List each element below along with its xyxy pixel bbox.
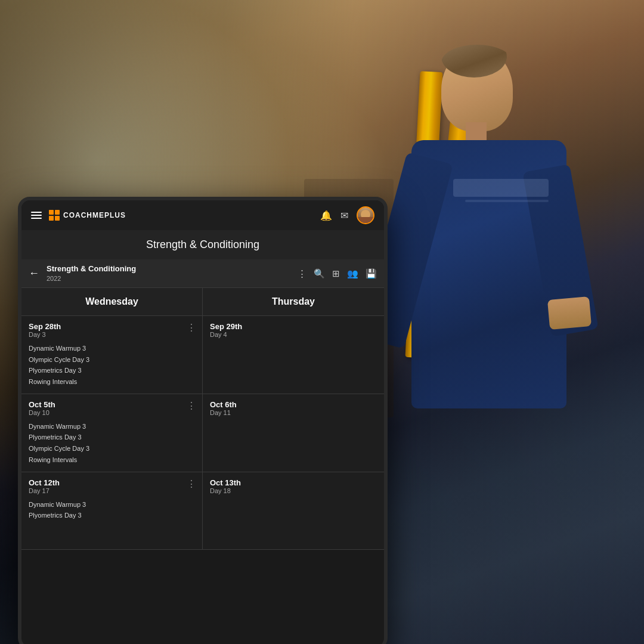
- sub-header: ← Strength & Conditioning 2022 ⋮ 🔍 ⊞ 👥 💾: [21, 259, 384, 288]
- calendar-week-3: Oct 12th Day 17 ⋮ Dynamic Warmup 3 Plyom…: [21, 472, 384, 550]
- workout-item[interactable]: Plyometrics Day 3: [29, 510, 195, 521]
- thursday-column-header: Thursday: [203, 288, 384, 316]
- sub-header-toolbar: ⋮ 🔍 ⊞ 👥 💾: [298, 268, 377, 279]
- date-oct12: Oct 12th: [29, 478, 195, 487]
- date-oct13: Oct 13th: [210, 478, 377, 487]
- workout-item[interactable]: Plyometrics Day 3: [29, 365, 195, 376]
- wednesday-label: Wednesday: [85, 296, 138, 306]
- day-cell-sep28[interactable]: Sep 28th Day 3 ⋮ Dynamic Warmup 3 Olympi…: [21, 316, 203, 394]
- day-label-oct5: Day 10: [29, 409, 195, 416]
- workout-item[interactable]: Olympic Cycle Day 3: [29, 354, 195, 366]
- day-menu-oct12[interactable]: ⋮: [187, 478, 196, 490]
- workout-item[interactable]: Olympic Cycle Day 3: [29, 443, 195, 454]
- date-sep28: Sep 28th: [29, 322, 195, 331]
- day-cell-oct12[interactable]: Oct 12th Day 17 ⋮ Dynamic Warmup 3 Plyom…: [21, 472, 203, 550]
- app-name: COACHMEPLUS: [63, 211, 126, 219]
- breadcrumb: Strength & Conditioning 2022: [47, 264, 293, 283]
- calendar-week-1: Sep 28th Day 3 ⋮ Dynamic Warmup 3 Olympi…: [21, 316, 384, 394]
- mail-icon[interactable]: ✉: [340, 210, 348, 221]
- user-avatar[interactable]: [357, 206, 374, 224]
- date-oct6: Oct 6th: [210, 400, 377, 409]
- day-label-sep29: Day 4: [210, 331, 377, 338]
- tablet-device: COACHMEPLUS 🔔 ✉ Strength & Conditioning: [18, 197, 388, 644]
- day-cell-oct5[interactable]: Oct 5th Day 10 ⋮ Dynamic Warmup 3 Plyome…: [21, 394, 203, 472]
- workout-item[interactable]: Dynamic Warmup 3: [29, 343, 195, 354]
- day-label-oct6: Day 11: [210, 409, 377, 416]
- workout-item[interactable]: Dynamic Warmup 3: [29, 421, 195, 432]
- grid-view-icon[interactable]: ⊞: [332, 268, 340, 279]
- day-cell-oct6[interactable]: Oct 6th Day 11: [203, 394, 384, 472]
- app-logo: COACHMEPLUS: [49, 210, 313, 221]
- more-options-icon[interactable]: ⋮: [298, 268, 306, 279]
- thursday-label: Thursday: [272, 296, 315, 306]
- workout-item[interactable]: Dynamic Warmup 3: [29, 499, 195, 510]
- calendar-content: Wednesday Thursday Sep 28th Day 3 ⋮ Dyna…: [21, 288, 384, 644]
- page-title: Strength & Conditioning: [146, 239, 259, 250]
- day-cell-sep29[interactable]: Sep 29th Day 4: [203, 316, 384, 394]
- notification-bell-icon[interactable]: 🔔: [320, 210, 332, 221]
- day-menu-oct5[interactable]: ⋮: [187, 400, 196, 411]
- day-menu-sep28[interactable]: ⋮: [187, 322, 196, 333]
- hamburger-menu[interactable]: [31, 212, 42, 219]
- day-cell-oct13[interactable]: Oct 13th Day 18: [203, 472, 384, 550]
- wednesday-column-header: Wednesday: [21, 288, 203, 316]
- workout-item[interactable]: Plyometrics Day 3: [29, 432, 195, 443]
- calendar-week-2: Oct 5th Day 10 ⋮ Dynamic Warmup 3 Plyome…: [21, 394, 384, 472]
- program-name: Strength & Conditioning: [47, 264, 293, 274]
- program-year: 2022: [47, 274, 293, 283]
- page-title-bar: Strength & Conditioning: [21, 230, 384, 259]
- search-icon[interactable]: 🔍: [314, 268, 325, 279]
- workout-item[interactable]: Rowing Intervals: [29, 376, 195, 388]
- date-oct5: Oct 5th: [29, 400, 195, 409]
- nav-icons-group: 🔔 ✉: [320, 206, 374, 224]
- team-icon[interactable]: 👥: [347, 268, 358, 279]
- day-label-oct13: Day 18: [210, 487, 377, 494]
- day-label-oct12: Day 17: [29, 487, 195, 494]
- workout-item[interactable]: Rowing Intervals: [29, 454, 195, 466]
- save-icon[interactable]: 💾: [366, 268, 377, 279]
- logo-grid-icon: [49, 210, 60, 221]
- nav-bar: COACHMEPLUS 🔔 ✉: [21, 200, 384, 230]
- date-sep29: Sep 29th: [210, 322, 377, 331]
- day-label-sep28: Day 3: [29, 331, 195, 338]
- back-button[interactable]: ←: [29, 267, 39, 280]
